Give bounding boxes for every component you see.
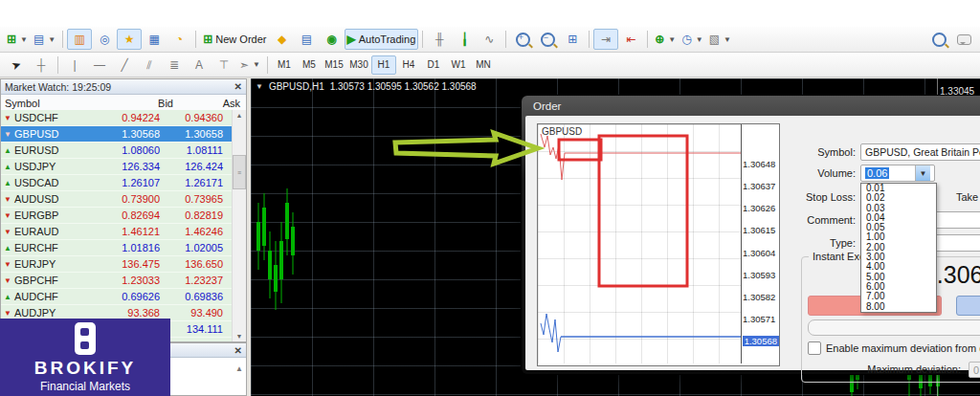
timeframe-button[interactable]: M30 <box>346 55 371 75</box>
print-button[interactable]: ▤ <box>295 29 320 50</box>
trendline-tool[interactable]: ╱ <box>112 55 137 76</box>
metaeditor-button[interactable]: ◆ <box>270 29 295 50</box>
chart-shift-toggle[interactable]: ⇤ <box>618 29 643 50</box>
table-row[interactable]: EURCHF 1.01816 1.02005 <box>1 240 233 256</box>
cursor-tool[interactable]: ➤ <box>4 55 29 76</box>
tick-chart: GBPUSD 1.306481.306371.306261.306151.306… <box>537 123 780 366</box>
deviation-select[interactable]: 0 ▼ <box>969 362 980 378</box>
indicators-button[interactable]: ⊕▼ <box>652 29 679 50</box>
zoom-in-button[interactable]: + <box>510 29 535 50</box>
table-row[interactable]: AUDUSD 0.73900 0.73965 <box>1 191 233 208</box>
timeframe-button[interactable]: W1 <box>446 55 471 75</box>
crosshair-icon: ┼ <box>37 58 46 72</box>
close-icon[interactable]: ✕ <box>234 81 242 92</box>
search-button[interactable] <box>926 29 951 50</box>
timeframe-button[interactable]: H1 <box>371 55 396 75</box>
chat-button[interactable] <box>951 29 976 50</box>
tile-windows-button[interactable]: ⊞ <box>560 29 585 50</box>
chevron-down-icon[interactable]: ▼ <box>915 165 930 181</box>
symbol-select-value: GBPUSD, Great Britain Pound vs US Dollar <box>865 146 980 158</box>
table-row[interactable]: GBPUSD 1.30568 1.30658 <box>1 126 233 143</box>
line-chart-button[interactable]: ∿ <box>477 29 501 50</box>
column-bid[interactable]: Bid <box>108 98 177 109</box>
table-row[interactable]: USDJPY 126.334 126.424 <box>1 159 233 175</box>
table-row[interactable]: EURGBP 0.82694 0.82819 <box>1 208 233 224</box>
ask-cell: 0.94360 <box>164 112 227 123</box>
market-watch-scrollbar[interactable]: ▲ ≡ ▼ <box>232 110 246 341</box>
periods-button[interactable]: ◷▼ <box>679 29 705 50</box>
table-row[interactable]: EURAUD 1.46121 1.46246 <box>1 224 233 240</box>
zoom-out-button[interactable]: − <box>535 29 560 50</box>
channel-tool[interactable]: ⫽ <box>137 55 162 76</box>
symbol-select[interactable]: GBPUSD, Great Britain Pound vs US Dollar… <box>860 143 980 161</box>
templates-button[interactable]: ▧▼ <box>706 29 734 50</box>
volume-dropdown-list: 0.010.020.030.040.051.002.003.004.005.00… <box>860 183 937 313</box>
tick-chart-lines <box>538 124 741 363</box>
navigator-toggle[interactable]: ★ <box>117 29 142 50</box>
fibonacci-tool[interactable]: ≣ <box>162 55 187 76</box>
indicators-icon: ⊕ <box>655 33 664 46</box>
ask-cell: 134.111 <box>164 323 227 335</box>
strategy-tester-button[interactable]: ◔ <box>167 29 191 50</box>
timeframe-button[interactable]: M5 <box>297 55 322 75</box>
scroll-up-icon[interactable]: ▲ <box>235 364 243 373</box>
text-tool[interactable]: A <box>187 55 212 76</box>
label-tool[interactable]: ⊤ <box>212 55 236 76</box>
scroll-down-icon[interactable]: ▼ <box>236 333 243 340</box>
volume-option[interactable]: 8.00 <box>861 302 936 312</box>
timeframe-button[interactable]: M1 <box>272 55 297 75</box>
timeframe-button[interactable]: H4 <box>396 55 421 75</box>
table-row[interactable]: USDCAD 1.26107 1.26171 <box>1 175 233 191</box>
new-order-button[interactable]: ⊞New Order <box>200 29 269 50</box>
market-watch-toggle[interactable]: ▥ <box>67 29 92 50</box>
autotrading-button[interactable]: ▶AutoTrading <box>345 29 419 50</box>
buy-button[interactable]: Buy <box>956 296 980 316</box>
scroll-up-icon[interactable]: ▲ <box>236 112 243 119</box>
toolbar-separator <box>62 31 63 48</box>
table-row[interactable]: USDCHF 0.94224 0.94360 <box>1 110 233 126</box>
bid-cell: 1.46121 <box>100 226 164 237</box>
candlestick-chart-button[interactable]: ╽ <box>452 29 477 50</box>
table-row[interactable]: EURJPY 136.475 136.650 <box>1 256 233 273</box>
dialog-title: Order <box>533 100 561 112</box>
trend-arrow-icon <box>1 260 14 269</box>
volume-combobox[interactable]: 0.06 ▼ <box>860 165 935 182</box>
table-row[interactable]: AUDCHF 0.69626 0.69836 <box>1 289 233 305</box>
timeframe-button[interactable]: MN <box>471 55 496 75</box>
market-watch-icon: ▥ <box>75 33 85 46</box>
chart-window[interactable]: 1.330451.328451.326451.324451.322451.320… <box>251 78 980 396</box>
terminal-icon: ▦ <box>149 33 160 46</box>
deviation-checkbox[interactable] <box>808 341 821 355</box>
profiles-button[interactable]: ▤▼ <box>31 29 58 50</box>
symbol-cell: AUDUSD <box>14 193 100 205</box>
new-chart-icon: ⊞ <box>7 33 16 46</box>
auto-scroll-toggle[interactable]: ⇥ <box>593 29 618 50</box>
horizontal-line-tool[interactable]: — <box>87 55 112 76</box>
column-symbol[interactable]: Symbol <box>1 98 108 109</box>
volume-value: 0.06 <box>865 167 889 179</box>
arrows-tool[interactable]: ➣▼ <box>236 55 263 76</box>
timeframe-button[interactable]: M15 <box>322 55 346 75</box>
column-ask[interactable]: Ask <box>177 98 244 109</box>
terminal-toggle[interactable]: ▦ <box>142 29 167 50</box>
vertical-line-tool[interactable]: | <box>62 55 87 76</box>
ask-cell: 1.46246 <box>164 226 227 237</box>
table-row[interactable]: EURUSD 1.08060 1.08111 <box>1 143 233 159</box>
table-row[interactable]: GBPCHF 1.23033 1.23237 <box>1 273 233 289</box>
chevron-down-icon: ▼ <box>20 35 28 44</box>
timeframe-button[interactable]: D1 <box>421 55 446 75</box>
tick-scale-label: 1.30593 <box>743 270 779 280</box>
ask-cell: 1.08111 <box>164 144 227 156</box>
ask-cell: 126.424 <box>164 161 227 172</box>
trend-arrow-icon <box>1 146 14 155</box>
new-chart-button[interactable]: ⊞▼ <box>4 29 31 50</box>
bar-chart-button[interactable]: ╫ <box>427 29 452 50</box>
news-button[interactable]: ◉ <box>320 29 345 50</box>
order-dialog-titlebar[interactable]: Order <box>522 96 980 117</box>
chevron-down-icon[interactable]: ▼ <box>256 82 263 91</box>
data-window-button[interactable]: ◎ <box>92 29 117 50</box>
close-icon[interactable]: ✕ <box>234 345 242 356</box>
scrollbar-thumb[interactable]: ≡ <box>233 155 246 189</box>
bid-cell: 0.94224 <box>100 112 164 123</box>
crosshair-tool[interactable]: ┼ <box>29 55 54 76</box>
